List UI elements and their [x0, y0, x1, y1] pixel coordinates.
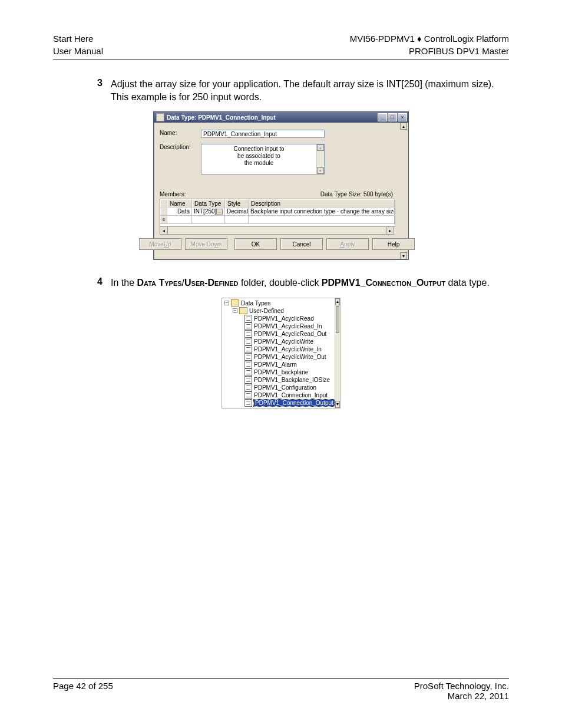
apply-ul: A	[340, 241, 344, 248]
tree-item[interactable]: PDPMV1_Configuration	[224, 384, 335, 391]
table-row[interactable]: Data INT[250] … Decimal Backplane input …	[160, 207, 395, 216]
hscroll-right-icon[interactable]: ▸	[386, 227, 394, 234]
tree-item[interactable]: −Data Types	[224, 299, 335, 307]
row-selector[interactable]	[160, 207, 167, 216]
col-description[interactable]: Description	[249, 199, 395, 207]
datatype-icon	[244, 353, 252, 361]
cancel-button[interactable]: Cancel	[280, 238, 323, 250]
maximize-button[interactable]: □	[388, 113, 397, 121]
tree-item-label: PDPMV1_AcyclicWrite_Out	[254, 354, 326, 360]
cell-name[interactable]: Data	[167, 207, 192, 216]
dialog-titlebar[interactable]: Data Type: PDPMV1_Connection_Input _ □ ×	[154, 112, 408, 123]
step4-text: In the Data Types/User-Defined folder, d…	[111, 276, 490, 289]
cell-style[interactable]	[225, 216, 249, 224]
cell-style[interactable]: Decimal	[225, 207, 249, 216]
tree-item[interactable]: PDPMV1_AcyclicRead_In	[224, 322, 335, 330]
datatype-icon	[244, 368, 252, 376]
tree-item[interactable]: PDPMV1_Backplane_IOSize	[224, 376, 335, 384]
tree-scroll-track[interactable]	[335, 334, 340, 401]
tree-item-label: User-Defined	[249, 308, 284, 314]
tree-item-label: PDPMV1_Connection_Input	[254, 392, 328, 398]
step4-mid: folder, double-click	[238, 278, 321, 288]
description-textarea[interactable]: Connection input to be associated to the…	[201, 144, 325, 174]
outer-scroll-up-button[interactable]: ▴	[400, 123, 407, 130]
dialog-icon	[156, 113, 164, 121]
collapse-icon[interactable]: −	[224, 301, 229, 305]
col-name[interactable]: Name	[167, 199, 192, 207]
movedown-ul: w	[214, 241, 219, 248]
table-row[interactable]: ✲	[160, 216, 395, 226]
tree-item-label: PDPMV1_AcyclicRead_Out	[254, 331, 326, 337]
close-button[interactable]: ×	[398, 113, 407, 121]
hscroll-left-icon[interactable]: ◂	[160, 227, 168, 234]
minimize-button[interactable]: _	[378, 113, 387, 121]
tree-item-label: Data Types	[241, 300, 270, 307]
datatype-browse-button[interactable]: …	[216, 209, 223, 215]
cell-datatype[interactable]	[192, 216, 225, 224]
desc-scroll-down-icon[interactable]: ▾	[317, 167, 324, 174]
header-right-line2: PROFIBUS DPV1 Master	[350, 45, 509, 57]
grid-hscrollbar[interactable]: ◂ ▸	[160, 227, 394, 235]
step3-text: Adjust the array size for your applicati…	[111, 78, 503, 103]
tree-item-label: PDPMV1_AcyclicWrite	[254, 338, 313, 345]
tree-item[interactable]: PDPMV1_AcyclicWrite_In	[224, 345, 335, 353]
tree-item[interactable]: PDPMV1_Connection_Output	[224, 399, 335, 407]
tree-scrollbar[interactable]: ▴ ▾	[335, 298, 340, 408]
datatype-icon	[244, 315, 252, 322]
cell-description[interactable]: Backplane input connection type - change…	[249, 207, 395, 216]
tree-item-label: PDPMV1_backplane	[254, 369, 308, 375]
cell-datatype[interactable]: INT[250] …	[192, 207, 225, 216]
tree-item[interactable]: PDPMV1_AcyclicWrite	[224, 338, 335, 345]
header-left-line1: Start Here	[53, 32, 103, 45]
tree-scroll-thumb[interactable]	[336, 306, 339, 333]
datatype-icon	[244, 384, 252, 391]
apply-post: pply	[344, 241, 355, 248]
footer-page: Page 42 of 255	[53, 681, 113, 701]
step4-number: 4	[82, 276, 111, 289]
moveup-button[interactable]: Move Up	[139, 238, 181, 250]
desc-scrollbar[interactable]: ▴ ▾	[316, 144, 324, 174]
header-left-line2: User Manual	[53, 45, 103, 57]
page-footer: Page 42 of 255 ProSoft Technology, Inc. …	[53, 678, 509, 701]
datatype-size-label: Data Type Size: 500 byte(s)	[320, 191, 393, 197]
tree-scroll-down-icon[interactable]: ▾	[335, 401, 340, 408]
desc-scroll-up-icon[interactable]: ▴	[317, 144, 324, 151]
movedown-button[interactable]: Move Down	[185, 238, 227, 250]
ok-button[interactable]: OK	[234, 238, 277, 250]
description-label: Description:	[160, 144, 201, 150]
tree-item[interactable]: PDPMV1_Connection_Input	[224, 391, 335, 399]
collapse-icon[interactable]: −	[233, 308, 237, 313]
desc-line1: Connection input to	[203, 146, 315, 153]
step4-prefix: In the	[111, 278, 137, 288]
tree-item[interactable]: PDPMV1_AcyclicRead	[224, 315, 335, 322]
datatype-dialog: Data Type: PDPMV1_Connection_Input _ □ ×…	[153, 111, 409, 260]
name-input[interactable]: PDPMV1_Connection_Input	[201, 130, 325, 138]
moveup-post: p	[168, 241, 171, 248]
grid-header: Name Data Type Style Description	[160, 199, 395, 207]
datatype-icon	[244, 322, 252, 330]
col-datatype[interactable]: Data Type	[192, 199, 225, 207]
outer-scroll-down-button[interactable]: ▾	[400, 252, 407, 259]
moveup-ul: U	[164, 241, 168, 248]
col-style[interactable]: Style	[225, 199, 249, 207]
tree-item[interactable]: −User-Defined	[224, 307, 335, 315]
cell-name[interactable]	[167, 216, 192, 224]
datatypes-tree[interactable]: −Data Types−User-DefinedPDPMV1_AcyclicRe…	[222, 298, 340, 409]
tree-item[interactable]: PDPMV1_AcyclicWrite_Out	[224, 353, 335, 361]
datatype-icon	[244, 338, 252, 345]
step4-connection-output: PDPMV1_Connection_Output	[322, 278, 445, 288]
cell-description[interactable]	[249, 216, 395, 224]
tree-item[interactable]: PDPMV1_Alarm	[224, 361, 335, 368]
tree-item[interactable]: PDPMV1_backplane	[224, 368, 335, 376]
members-grid[interactable]: Name Data Type Style Description Data IN…	[160, 199, 395, 227]
tree-item-label: PDPMV1_AcyclicWrite_In	[254, 346, 322, 353]
members-label: Members:	[160, 191, 186, 197]
step4-userdefined: User-Defined	[184, 278, 238, 288]
tree-scroll-up-icon[interactable]: ▴	[335, 298, 340, 305]
footer-company: ProSoft Technology, Inc.	[414, 681, 509, 691]
new-row-icon[interactable]: ✲	[160, 216, 167, 224]
help-button[interactable]: Help	[372, 238, 415, 250]
tree-item[interactable]: PDPMV1_AcyclicRead_Out	[224, 330, 335, 338]
cell-datatype-value: INT[250]	[194, 208, 216, 215]
apply-button[interactable]: Apply	[326, 238, 369, 250]
